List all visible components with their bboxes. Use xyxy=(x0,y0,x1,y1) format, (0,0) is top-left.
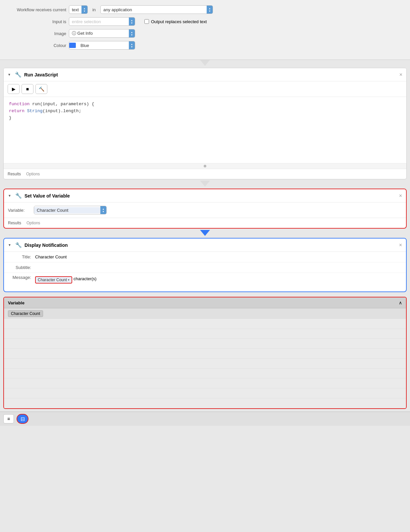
input-type-select[interactable]: text ▲ ▼ xyxy=(69,5,88,14)
message-suffix-text: character(s) xyxy=(74,276,96,281)
variable-item: Character Count xyxy=(8,310,43,317)
image-select[interactable]: ⓘ Get Info ▲ ▼ xyxy=(69,29,135,38)
code-line-1: function run(input, parameters) { xyxy=(9,101,401,108)
connector-2 xyxy=(0,181,410,187)
set-var-collapse[interactable]: ▼ xyxy=(8,194,11,198)
set-var-tab-results[interactable]: Results xyxy=(8,220,21,226)
arrow-down-icon2[interactable]: ▼ xyxy=(209,10,211,12)
db-view-button[interactable]: ⊟ xyxy=(17,414,28,424)
color-swatch xyxy=(69,43,76,48)
input-is-select[interactable]: entire selection ▲ ▼ xyxy=(69,17,135,26)
set-var-row: Variable: Character Count ▲ ▼ xyxy=(4,202,406,218)
variable-select[interactable]: Character Count ▲ ▼ xyxy=(34,206,107,214)
title-field-label: Title: xyxy=(8,254,31,259)
message-token-pill[interactable]: Character Count ▾ xyxy=(35,276,72,284)
variable-section-header: Variable ∧ xyxy=(4,297,406,308)
notif-subtitle-row: Subtitle: xyxy=(4,262,406,273)
arrow-down-icon4[interactable]: ▼ xyxy=(131,34,133,36)
colour-select[interactable]: Blue ▲ ▼ xyxy=(69,41,135,50)
token-text: Character Count xyxy=(38,278,67,282)
play-button[interactable]: ▶ xyxy=(8,84,20,94)
set-var-close[interactable]: × xyxy=(399,193,402,199)
run-js-icon: 🔧 xyxy=(15,71,22,78)
section-gap xyxy=(0,293,410,295)
subtitle-field-input[interactable] xyxy=(34,264,402,271)
var-empty-5 xyxy=(4,359,406,369)
arrow-down-icon3[interactable]: ▼ xyxy=(131,22,133,24)
input-type-stepper[interactable]: ▲ ▼ xyxy=(81,6,87,14)
stop-button[interactable]: ■ xyxy=(22,84,33,94)
run-js-collapse[interactable]: ▼ xyxy=(8,73,11,76)
var-empty-9 xyxy=(4,398,406,408)
code-editor[interactable]: function run(input, parameters) { return… xyxy=(4,97,406,163)
arrow-down-icon[interactable]: ▼ xyxy=(83,10,86,12)
variable-item-row: Character Count xyxy=(4,308,406,319)
run-javascript-card: ▼ 🔧 Run JavaScript × ▶ ■ 🔨 function run(… xyxy=(3,68,407,179)
list-view-button[interactable]: ≡ xyxy=(3,414,14,423)
notif-header: ▼ 🔧 Display Notification × xyxy=(4,239,406,252)
connector-triangle-2 xyxy=(200,181,210,187)
wrench-button[interactable]: 🔨 xyxy=(35,84,47,94)
colour-label: Colour xyxy=(7,43,66,48)
var-empty-2 xyxy=(4,329,406,339)
variable-label: Variable: xyxy=(8,208,31,213)
code-line-2: return String(input).length; xyxy=(9,108,401,115)
output-replaces-label: Output replaces selected text xyxy=(151,19,207,24)
set-variable-card: ▼ 🔧 Set Value of Variable × Variable: Ch… xyxy=(3,189,407,229)
in-label: in xyxy=(92,7,96,12)
app-stepper[interactable]: ▲ ▼ xyxy=(207,6,213,14)
notif-collapse[interactable]: ▼ xyxy=(8,243,11,247)
set-var-tabs: Results Options xyxy=(4,218,406,228)
db-icon: ⊟ xyxy=(21,416,25,422)
variable-select-value: Character Count xyxy=(34,207,100,213)
message-field-label: Message: xyxy=(8,275,31,280)
var-empty-8 xyxy=(4,388,406,398)
connector-triangle-3 xyxy=(200,230,210,236)
title-field-input[interactable] xyxy=(34,254,402,260)
input-is-stepper[interactable]: ▲ ▼ xyxy=(129,18,135,25)
var-empty-7 xyxy=(4,378,406,388)
colour-stepper[interactable]: ▲ ▼ xyxy=(129,41,135,49)
image-value: ⓘ Get Info xyxy=(69,29,129,37)
var-empty-6 xyxy=(4,369,406,378)
variable-section-collapse[interactable]: ∧ xyxy=(399,300,402,305)
var-empty-1 xyxy=(4,319,406,329)
output-replaces-checkbox[interactable] xyxy=(144,19,149,24)
scroll-dot xyxy=(204,165,206,167)
arrow-up-icon5[interactable]: ▲ xyxy=(131,43,133,45)
display-notification-card: ▼ 🔧 Display Notification × Title: Subtit… xyxy=(3,238,407,292)
var-empty-3 xyxy=(4,339,406,349)
arrow-up-icon2[interactable]: ▲ xyxy=(209,7,211,10)
message-content-area[interactable]: Character Count ▾ character(s) xyxy=(34,275,402,288)
arrow-up-icon6[interactable]: ▲ xyxy=(102,208,105,210)
bottom-toolbar: ≡ ⊟ xyxy=(0,412,410,426)
output-replaces-row: Output replaces selected text xyxy=(144,19,207,24)
variable-stepper[interactable]: ▲ ▼ xyxy=(100,206,106,214)
run-js-tabs: Results Options xyxy=(4,169,406,179)
arrow-up-icon4[interactable]: ▲ xyxy=(131,31,133,33)
variable-section-title: Variable xyxy=(8,300,25,305)
run-js-toolbar: ▶ ■ 🔨 xyxy=(4,81,406,97)
arrow-down-icon5[interactable]: ▼ xyxy=(131,46,133,48)
run-js-close[interactable]: × xyxy=(399,72,402,77)
notif-close[interactable]: × xyxy=(399,243,402,248)
set-var-header: ▼ 🔧 Set Value of Variable × xyxy=(4,189,406,202)
tab-results[interactable]: Results xyxy=(8,171,21,177)
arrow-up-icon[interactable]: ▲ xyxy=(83,7,86,10)
arrow-up-icon3[interactable]: ▲ xyxy=(131,19,133,22)
run-js-header: ▼ 🔧 Run JavaScript × xyxy=(4,68,406,81)
image-stepper[interactable]: ▲ ▼ xyxy=(129,29,135,37)
connector-triangle-1 xyxy=(200,60,210,66)
tab-options[interactable]: Options xyxy=(26,171,40,177)
var-empty-4 xyxy=(4,349,406,359)
image-label: Image xyxy=(7,31,66,36)
app-name-value: any application xyxy=(101,6,207,13)
set-var-icon: 🔧 xyxy=(15,193,22,199)
input-type-value: text xyxy=(69,6,81,13)
variable-empty-rows xyxy=(4,319,406,408)
set-var-tab-options[interactable]: Options xyxy=(26,220,40,226)
workflow-label: Workflow receives current xyxy=(7,7,66,12)
run-js-title: Run JavaScript xyxy=(24,72,397,77)
arrow-down-icon6[interactable]: ▼ xyxy=(102,210,105,213)
app-select[interactable]: any application ▲ ▼ xyxy=(100,5,213,14)
